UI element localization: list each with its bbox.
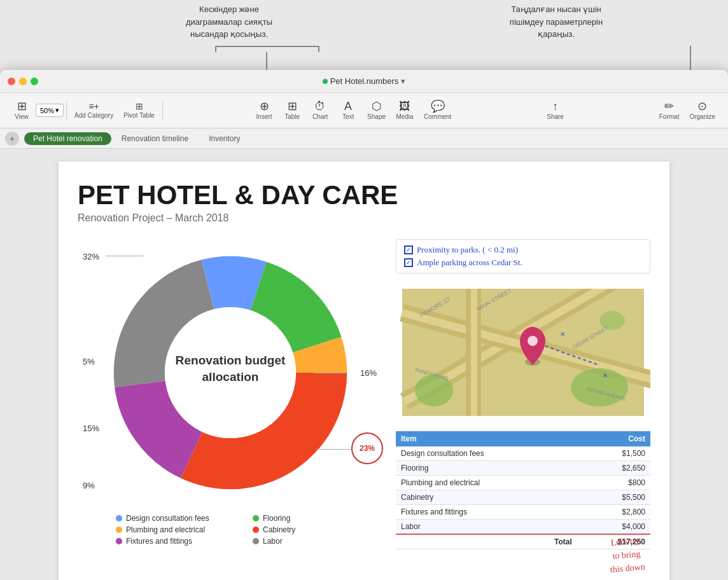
table-cell-item-2: Plumbing and electrical	[396, 476, 577, 490]
table-cell-cost-2: $800	[577, 476, 650, 490]
comment-button[interactable]: 💬 Comment	[419, 98, 456, 123]
callout-bracket-left	[215, 46, 319, 52]
label-23pct-area: 23%	[348, 432, 383, 464]
table-cell-cost-3: $5,500	[577, 490, 650, 505]
pivot-table-button[interactable]: ⊞ Pivot Table	[118, 99, 160, 121]
tab-pet-hotel-renovation[interactable]: Pet Hotel renovation	[24, 132, 111, 145]
legend-dot-flooring	[253, 515, 259, 521]
add-tab-button[interactable]: +	[5, 132, 19, 146]
slide-subtitle: Renovation Project – March 2018	[78, 212, 650, 224]
label-32pct: 32%	[83, 252, 99, 261]
checkbox-item-1: ✓ Proximity to parks. ( < 0.2 mi)	[404, 245, 642, 255]
slide: PET HOTEL & DAY CARE Renovation Project …	[59, 162, 669, 580]
chart-icon: ⏱	[314, 100, 326, 112]
table-cell-item-1: Flooring	[396, 461, 577, 476]
circle-23pct: 23%	[351, 432, 383, 464]
media-button[interactable]: 🖼 Media	[391, 98, 419, 123]
view-button[interactable]: ⊞ View	[8, 98, 36, 123]
table-cell-cost-1: $2,650	[577, 461, 650, 476]
line-32pct	[106, 256, 144, 256]
table-row: Cabinetry $5,500	[396, 490, 650, 505]
svg-text:✕: ✕	[560, 331, 565, 338]
tab-renovation-timeline[interactable]: Renovation timeline	[111, 132, 199, 146]
data-table: Item Cost Design consultation fees $1,50…	[396, 431, 650, 549]
annotation-box: ✓ Proximity to parks. ( < 0.2 mi) ✓ Ampl…	[396, 239, 650, 273]
checkbox-1[interactable]: ✓	[404, 245, 413, 254]
legend-item-cabinetry: Cabinetry	[253, 525, 377, 534]
label-16pct: 16%	[360, 368, 377, 378]
svg-point-7	[571, 368, 628, 406]
tab-inventory[interactable]: Inventory	[199, 132, 250, 146]
right-column: ✓ Proximity to parks. ( < 0.2 mi) ✓ Ampl…	[396, 239, 650, 549]
tabs-bar: + Pet Hotel renovation Renovation timeli…	[0, 128, 728, 149]
checkbox-item-2: ✓ Ample parking across Cedar St.	[404, 258, 642, 268]
titlebar: Pet Hotel.numbers ▾	[0, 70, 728, 93]
format-button[interactable]: ✏ Format	[654, 98, 685, 123]
toolbar-divider-2	[162, 100, 163, 121]
shape-icon: ⬡	[372, 100, 382, 112]
legend-item-flooring: Flooring	[253, 514, 377, 523]
table-cell-cost-4: $2,800	[577, 505, 650, 520]
main-canvas: PET HOTEL & DAY CARE Renovation Project …	[0, 149, 728, 580]
checkbox-2[interactable]: ✓	[404, 258, 413, 267]
window-title: Pet Hotel.numbers ▾	[323, 76, 406, 86]
callout-left-text: Кескіндер және диаграммалар сияқты нысан…	[165, 3, 293, 41]
annotation-text-1: Proximity to parks. ( < 0.2 mi)	[417, 245, 518, 255]
title-dot-icon	[323, 79, 328, 84]
content-area: PET HOTEL & DAY CARE Renovation Project …	[0, 149, 728, 580]
media-icon: 🖼	[399, 100, 410, 112]
close-button[interactable]	[8, 78, 15, 85]
table-icon: ⊞	[288, 100, 297, 112]
legend-dot-plumbing	[116, 527, 122, 533]
handwritten-note: Let's try to bring this down	[608, 534, 646, 577]
slide-body: 32% 5% 15% 9% 16%	[78, 239, 650, 549]
minimize-button[interactable]	[19, 78, 27, 85]
chart-button[interactable]: ⏱ Chart	[306, 98, 334, 123]
table-cell-total-label: Total	[396, 534, 577, 549]
table-cell-item-5: Labor	[396, 520, 577, 535]
map-svg: FILMORE ST MAIN STREET CEDAR STREET RANC…	[396, 289, 650, 416]
add-category-icon: ≡+	[88, 102, 99, 111]
label-15pct: 15%	[83, 424, 99, 433]
legend-item-design: Design consultation fees	[116, 514, 240, 523]
annotation-text-2: Ample parking across Cedar St.	[417, 258, 522, 268]
callout-line-down	[266, 52, 267, 71]
callout-right-text: Таңдалған нысан үшін пішімдеу параметрле…	[486, 3, 626, 41]
insert-button[interactable]: ⊕ Insert	[250, 98, 278, 123]
legend-item-fixtures: Fixtures and fittings	[116, 537, 240, 546]
view-icon: ⊞	[17, 100, 27, 112]
share-button[interactable]: ↑ Share	[542, 98, 570, 123]
organize-icon: ⊙	[697, 100, 707, 112]
table-button[interactable]: ⊞ Table	[278, 98, 306, 123]
table-section: Item Cost Design consultation fees $1,50…	[396, 431, 650, 549]
format-icon: ✏	[664, 100, 674, 112]
line-16pct	[314, 373, 346, 373]
legend-dot-cabinetry	[253, 527, 259, 533]
legend-item-labor: Labor	[253, 537, 377, 546]
label-9pct: 9%	[83, 481, 95, 490]
table-header-item: Item	[396, 431, 577, 446]
table-cell-item-0: Design consultation fees	[396, 446, 577, 461]
svg-text:✕: ✕	[603, 372, 608, 379]
maximize-button[interactable]	[31, 78, 38, 85]
text-button[interactable]: A Text	[334, 98, 362, 123]
table-header-cost: Cost	[577, 431, 650, 446]
chart-legend: Design consultation fees Flooring Plumbi…	[103, 514, 377, 546]
add-category-button[interactable]: ≡+ Add Category	[69, 99, 118, 121]
map-container: FILMORE ST MAIN STREET CEDAR STREET RANC…	[396, 289, 650, 416]
organize-button[interactable]: ⊙ Organize	[684, 98, 720, 123]
label-5pct: 5%	[83, 357, 95, 366]
zoom-control[interactable]: 50% ▾	[36, 104, 64, 117]
table-cell-cost-5: $4,000	[577, 520, 650, 535]
donut-center-line1: Renovation budget	[176, 354, 286, 367]
table-cell-item-4: Fixtures and fittings	[396, 505, 577, 520]
legend-dot-fixtures	[116, 538, 122, 544]
slide-title: PET HOTEL & DAY CARE	[78, 181, 650, 210]
insert-icon: ⊕	[260, 100, 269, 112]
legend-dot-design	[116, 515, 122, 521]
legend-item-plumbing: Plumbing and electrical	[116, 525, 240, 534]
toolbar-divider-1	[66, 100, 67, 121]
legend-dot-labor	[253, 538, 259, 544]
left-column: 32% 5% 15% 9% 16%	[78, 239, 377, 549]
shape-button[interactable]: ⬡ Shape	[362, 98, 391, 123]
